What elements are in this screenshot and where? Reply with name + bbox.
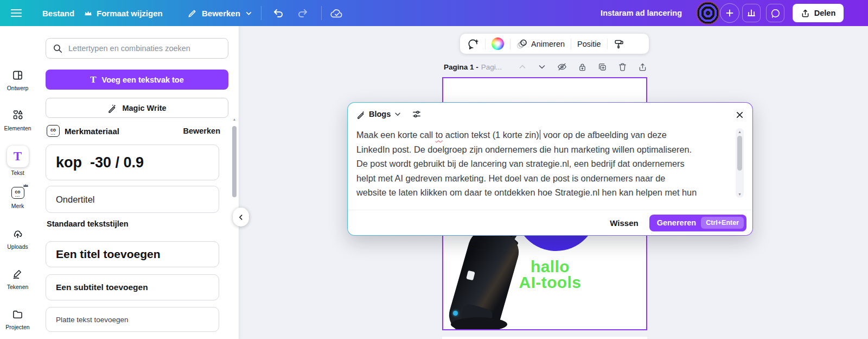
hamburger-icon — [10, 8, 23, 18]
paint-roller-icon — [614, 39, 624, 49]
scroll-up-arrow-icon[interactable]: ▲ — [736, 130, 744, 134]
prompt-line: De post wordt gebruikt bij de lancering … — [356, 156, 731, 171]
top-toolbar: Bestand Formaat wijzigen Bewerken Instar… — [0, 0, 868, 26]
position-button[interactable]: Positie — [577, 34, 601, 54]
default-styles-title: Standaard tekststijlen — [47, 219, 129, 228]
add-subtitle-label: Een subtitel toevoegen — [56, 282, 148, 292]
animate-button[interactable]: Animeren — [516, 34, 565, 54]
lock-page-button[interactable] — [578, 62, 587, 72]
copy-style-button[interactable] — [614, 34, 624, 54]
generate-button[interactable]: Genereren Ctrl+Enter — [649, 215, 746, 231]
add-comment-button[interactable] — [467, 34, 479, 54]
crown-icon — [84, 10, 92, 16]
generate-label: Genereren — [657, 218, 697, 227]
hide-page-button[interactable] — [557, 62, 567, 72]
sidebar-item-uploads[interactable]: Uploads — [0, 226, 35, 250]
sidebar-item-merk[interactable]: co... Merk — [0, 185, 35, 209]
sidebar-item-projecten[interactable]: Projecten — [0, 306, 35, 330]
prompt-textarea[interactable]: Maak een korte call to action tekst (1 k… — [356, 128, 731, 200]
dialog-header: Blogs — [356, 109, 422, 119]
file-menu-label: Bestand — [42, 9, 74, 18]
category-dropdown[interactable]: Blogs — [356, 110, 401, 119]
close-icon — [736, 111, 744, 119]
sidebar-item-tekenen[interactable]: Tekenen — [0, 266, 35, 290]
expand-page-button[interactable] — [638, 62, 647, 72]
prompt-line: website te laten klikken om daar te ontd… — [356, 185, 731, 200]
brand-heading-detail: -30 / 0.9 — [90, 154, 144, 171]
add-textbox-button[interactable]: T Voeg een tekstvak toe — [46, 70, 228, 90]
scrollbar-thumb[interactable] — [737, 136, 742, 171]
delete-page-button[interactable] — [618, 62, 627, 72]
elements-icon — [0, 108, 35, 123]
position-label: Positie — [577, 40, 601, 48]
design-icon — [0, 67, 35, 83]
move-page-up-button[interactable] — [518, 62, 527, 71]
chevron-down-icon — [538, 62, 546, 71]
canva-editor: Bestand Formaat wijzigen Bewerken Instar… — [0, 0, 868, 339]
scrollbar-thumb[interactable] — [232, 126, 237, 197]
prompt-line: helpt met AI gedreven marketing. Het doe… — [356, 171, 731, 186]
page-name-label[interactable]: Pagi... — [481, 63, 502, 71]
comments-button[interactable] — [766, 4, 784, 22]
chevron-up-icon — [518, 62, 527, 71]
sliders-icon — [412, 109, 422, 119]
panel-scrollbar[interactable]: ▲ — [231, 116, 238, 339]
dialog-scrollbar[interactable]: ▲ ▼ — [736, 128, 744, 198]
clear-button[interactable]: Wissen — [610, 218, 638, 228]
brand-edit-button[interactable]: Bewerken — [183, 127, 220, 135]
sidebar-label: Projecten — [0, 324, 35, 330]
font-search-box[interactable] — [46, 38, 228, 59]
file-menu-button[interactable]: Bestand — [42, 0, 74, 26]
redo-button[interactable] — [297, 0, 309, 26]
brand-section-title: Merkmateriaal — [65, 127, 119, 136]
text-icon: T — [90, 75, 96, 84]
headline-line1: hallo — [454, 259, 646, 274]
scroll-down-arrow-icon[interactable]: ▼ — [736, 192, 744, 196]
sidebar-item-elementen[interactable]: Elementen — [0, 108, 35, 131]
brand-icon: co... — [0, 185, 35, 200]
page-number-label[interactable]: Pagina 1 - — [444, 63, 478, 71]
brand-heading-style[interactable]: kop -30 / 0.9 — [46, 145, 219, 180]
main-menu-button[interactable] — [10, 0, 23, 26]
search-icon — [53, 43, 62, 53]
search-input[interactable] — [67, 43, 221, 53]
edit-label: Bewerken — [202, 9, 240, 18]
undo-icon — [272, 7, 284, 19]
glow-dot — [453, 311, 458, 316]
add-member-button[interactable] — [720, 3, 739, 23]
resize-button[interactable]: Formaat wijzigen — [84, 0, 163, 26]
text-panel: T Voeg een tekstvak toe Magic Write co..… — [35, 26, 239, 339]
toolbar-divider — [510, 39, 510, 49]
add-bodytext-label: Platte tekst toevoegen — [56, 316, 129, 324]
chevron-down-icon — [245, 9, 253, 17]
share-button[interactable]: Delen — [793, 4, 844, 22]
scroll-up-arrow-icon[interactable]: ▲ — [232, 117, 237, 121]
sidebar-item-tekst[interactable]: T Tekst — [0, 146, 35, 176]
edit-menu-button[interactable]: Bewerken — [187, 0, 253, 26]
comment-add-icon — [467, 38, 479, 50]
move-page-down-button[interactable] — [538, 62, 546, 71]
add-bodytext-style[interactable]: Platte tekst toevoegen — [46, 307, 219, 332]
close-dialog-button[interactable] — [733, 108, 746, 121]
add-title-style[interactable]: Een titel toevoegen — [46, 241, 219, 267]
panel-collapse-button[interactable] — [233, 208, 249, 227]
export-icon — [638, 62, 647, 72]
add-subtitle-style[interactable]: Een subtitel toevoegen — [46, 274, 219, 300]
headline-text[interactable]: hallo AI-tools — [454, 259, 646, 290]
redo-icon — [297, 7, 309, 19]
brand-subtitle-style[interactable]: Ondertitel — [46, 186, 219, 213]
toolbar-divider — [485, 39, 486, 49]
sidebar-item-ontwerp[interactable]: Ontwerp — [0, 67, 35, 91]
insights-button[interactable] — [742, 4, 761, 22]
text-icon: T — [7, 146, 29, 167]
misspelled-word: to — [436, 130, 443, 140]
account-avatar[interactable] — [697, 2, 719, 24]
prompt-settings-button[interactable] — [412, 109, 422, 119]
magic-write-button[interactable]: Magic Write — [46, 98, 228, 118]
magic-write-dialog: Blogs Maak een korte call to action teks… — [347, 102, 753, 236]
undo-button[interactable] — [272, 0, 284, 26]
duplicate-page-button[interactable] — [598, 62, 607, 72]
prompt-line: LinkedIn post. De doelgroep zijn onderne… — [356, 142, 731, 157]
color-picker-button[interactable] — [492, 34, 504, 54]
document-title[interactable]: Instaram ad lancering — [601, 0, 682, 26]
